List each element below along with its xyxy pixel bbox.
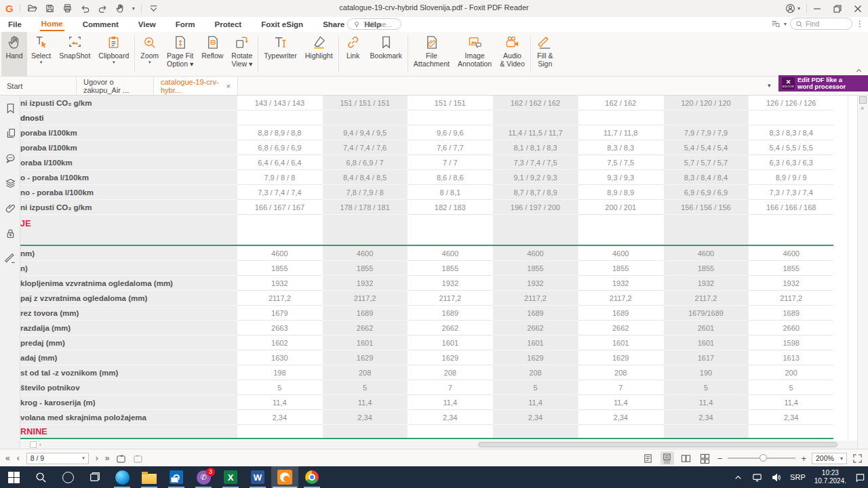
ribbon-button-page-fit-option[interactable]: Page FitOption ▾ [163, 32, 197, 76]
document-tab-2[interactable]: Ugovor o zakupu_Air ... [77, 77, 154, 95]
signature-panel-icon[interactable] [0, 246, 20, 271]
menu-item-form[interactable]: Form [174, 18, 197, 30]
table-cell: 8,7 / 8,7 / 8,9 [492, 185, 578, 200]
print-icon[interactable] [62, 3, 73, 14]
save-icon[interactable] [44, 3, 56, 14]
clock[interactable]: 10:23 10.7.2024. [814, 469, 846, 485]
action-center-icon[interactable] [855, 472, 865, 483]
previous-view-button[interactable] [116, 453, 126, 464]
horizontal-scrollbar-thumb[interactable] [478, 442, 837, 447]
fullscreen-icon[interactable] [852, 453, 863, 464]
ribbon-button-hand[interactable]: Hand [1, 32, 27, 76]
find-input[interactable]: Find [790, 18, 852, 30]
menu-item-share[interactable]: Share [321, 18, 346, 30]
volume-icon[interactable] [771, 472, 781, 483]
last-page-button[interactable]: » [105, 453, 110, 463]
taskbar-task-view-icon[interactable] [81, 466, 108, 488]
menu-item-foxit-esign[interactable]: Foxit eSign [260, 18, 304, 30]
taskbar-file-explorer-icon[interactable] [136, 466, 163, 488]
horizontal-scrollbar[interactable]: ‹ [20, 441, 857, 449]
menu-item-file[interactable]: File [7, 18, 23, 30]
ribbon-button-file-attachment[interactable]: FileAttachment [410, 32, 454, 76]
more-options-icon[interactable]: ⋮ [856, 19, 864, 28]
ribbon-button-reflow[interactable]: Reflow [197, 32, 227, 76]
comments-panel-icon[interactable] [0, 146, 20, 171]
vertical-scrollbar-thumb[interactable] [859, 96, 867, 104]
document-tab-1[interactable]: Start [0, 77, 77, 95]
menu-item-comment[interactable]: Comment [81, 18, 120, 30]
ribbon-button-audio-video[interactable]: Audio& Video [496, 32, 529, 76]
scroll-up-icon[interactable]: ˄ [861, 105, 864, 112]
menu-item-protect[interactable]: Protect [214, 18, 243, 30]
first-page-button[interactable]: « [5, 453, 10, 463]
continuous-facing-view-button[interactable] [698, 451, 712, 465]
tab-list-dropdown-icon[interactable]: ▾ [768, 82, 771, 89]
zoom-out-button[interactable]: − [717, 453, 723, 464]
ribbon-button-snapshot[interactable]: SnapShot [55, 32, 94, 76]
ribbon-button-highlight[interactable]: Highlight [301, 32, 337, 76]
zoom-slider[interactable] [728, 458, 795, 459]
vertical-scrollbar[interactable]: ˄ [857, 96, 868, 449]
taskbar-word-icon[interactable]: W [244, 466, 271, 488]
attachments-panel-icon[interactable] [0, 196, 20, 221]
tell-me-search[interactable]: Tell me... [347, 18, 401, 30]
scrollbar-corner-box[interactable] [30, 441, 37, 448]
facing-view-button[interactable] [679, 451, 693, 465]
menu-item-home[interactable]: Home [40, 18, 64, 31]
close-tab-icon[interactable]: × [226, 82, 231, 90]
taskbar-foxit-icon[interactable] [271, 466, 298, 488]
taskbar-chrome-icon[interactable] [298, 466, 326, 488]
taskbar-cortana-icon[interactable] [54, 466, 81, 488]
ribbon-button-clipboard[interactable]: Clipboard▾ [94, 32, 133, 76]
table-row: razdalja (mm)266326622662266226622601266… [20, 321, 833, 336]
continuous-view-button[interactable] [660, 451, 674, 465]
zoom-level-input[interactable]: 200% ▾ [812, 453, 847, 464]
taskbar-search-icon[interactable] [27, 466, 54, 488]
document-tab-3[interactable]: catalogue-19-crv-hybr...× [154, 77, 238, 95]
taskbar-viber-icon[interactable]: ✆3 [190, 466, 217, 488]
ribbon-button-fill-sign[interactable]: Fill &Sign [532, 32, 558, 76]
ribbon-button-link[interactable]: Link [340, 32, 366, 76]
scroll-left-icon[interactable]: ‹ [39, 441, 41, 449]
redo-icon[interactable] [97, 3, 108, 14]
hand-tool-icon[interactable] [115, 3, 126, 14]
taskbar-edge-icon[interactable] [108, 466, 136, 488]
ribbon-button-image-annotation[interactable]: ImageAnnotation [454, 32, 496, 76]
previous-page-button[interactable]: ‹ [17, 453, 20, 463]
collapse-ribbon-icon[interactable] [855, 67, 863, 75]
zoom-in-button[interactable]: + [801, 453, 806, 464]
layers-panel-icon[interactable] [0, 171, 20, 196]
next-view-button[interactable] [133, 453, 143, 464]
close-button[interactable] [848, 0, 868, 17]
taskbar-start-icon[interactable] [0, 466, 27, 488]
ribbon-button-typewriter[interactable]: Typewriter [260, 32, 300, 76]
ribbon-button-label: FileAttachment [414, 52, 450, 68]
ribbon-button-select[interactable]: Select▾ [27, 32, 55, 76]
security-panel-icon[interactable] [0, 221, 20, 246]
editor-promo-banner[interactable]: ✕ EDITOR Edit PDF like a word processor [778, 75, 868, 92]
undo-icon[interactable] [79, 3, 91, 14]
search-options-icon[interactable] [771, 19, 781, 28]
ribbon-button-zoom[interactable]: Zoom▾ [136, 32, 163, 76]
ribbon-button-rotate-view[interactable]: RotateView ▾ [227, 32, 256, 76]
tray-expand-icon[interactable] [733, 472, 743, 483]
zoom-slider-handle[interactable] [760, 454, 767, 462]
taskbar-excel-icon[interactable]: X [217, 466, 244, 488]
bookmarks-panel-icon[interactable] [0, 96, 20, 121]
language-indicator[interactable]: SRP [790, 473, 806, 481]
search-options-dropdown-icon[interactable]: ▾ [784, 21, 787, 27]
customize-toolbar-icon[interactable] [148, 3, 159, 14]
single-page-view-button[interactable] [642, 451, 655, 465]
pages-panel-icon[interactable] [0, 121, 20, 146]
taskbar-outlook-icon[interactable]: O [163, 466, 190, 488]
ribbon-button-bookmark[interactable]: Bookmark [366, 32, 406, 76]
restore-button[interactable] [827, 0, 848, 17]
open-file-icon[interactable] [26, 3, 38, 14]
account-icon[interactable]: ▾ [779, 0, 806, 17]
next-page-button[interactable]: › [96, 453, 98, 463]
minimize-button[interactable] [807, 0, 827, 17]
network-icon[interactable] [752, 472, 762, 483]
hand-tool-dropdown-icon[interactable]: ▾ [132, 5, 135, 12]
menu-item-view[interactable]: View [137, 18, 157, 30]
page-number-input[interactable]: 8 / 9 ▾ [26, 453, 89, 464]
